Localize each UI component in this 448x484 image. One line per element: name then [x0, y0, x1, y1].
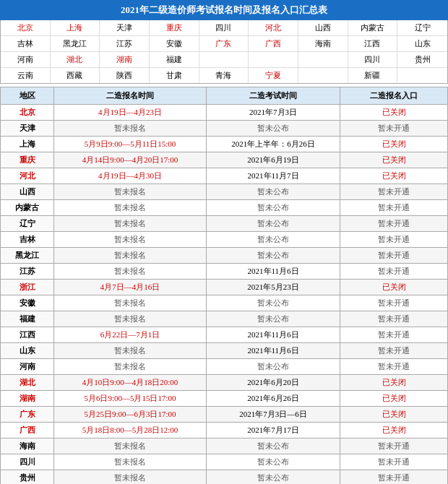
exam-cell: 2021年6月20日 — [206, 375, 340, 391]
signup-cell: 暂未报名 — [54, 248, 206, 264]
entry-cell[interactable]: 已关闭 — [340, 137, 448, 152]
entry-cell[interactable]: 暂未开通 — [340, 454, 448, 470]
entry-cell[interactable]: 暂未开通 — [340, 327, 448, 343]
nav-hubei[interactable]: 湖北 — [51, 52, 100, 67]
entry-cell[interactable]: 已关闭 — [340, 391, 448, 407]
signup-cell: 5月9日9:00—5月11日15:00 — [54, 137, 206, 152]
entry-cell[interactable]: 暂未开通 — [340, 470, 448, 485]
nav-hainan-r2[interactable]: 海南 — [298, 36, 348, 51]
table-row: 福建暂未报名暂未公布暂未开通 — [1, 311, 448, 327]
region-cell: 浙江 — [1, 280, 54, 295]
entry-cell[interactable]: 已关闭 — [340, 423, 448, 438]
exam-cell: 2021年7月17日 — [206, 423, 340, 438]
entry-cell[interactable]: 暂未开通 — [340, 264, 448, 280]
entry-cell[interactable]: 暂未开通 — [340, 438, 448, 454]
nav-guizhou[interactable]: 贵州 — [397, 52, 447, 67]
entry-cell[interactable]: 暂未开通 — [340, 295, 448, 311]
nav-liaoning[interactable]: 辽宁 — [397, 20, 447, 35]
nav-shanxi[interactable]: 山西 — [298, 20, 348, 35]
exam-cell: 2021年5月23日 — [206, 280, 340, 295]
nav-tianjin[interactable]: 天津 — [100, 20, 150, 35]
entry-cell[interactable]: 已关闭 — [340, 407, 448, 423]
signup-cell: 暂未报名 — [54, 359, 206, 375]
entry-cell[interactable]: 已关闭 — [340, 280, 448, 295]
entry-cell[interactable]: 已关闭 — [340, 152, 448, 168]
exam-cell: 暂未公布 — [206, 248, 340, 264]
table-row: 黑龙江暂未报名暂未公布暂未开通 — [1, 248, 448, 264]
nav-beijing[interactable]: 北京 — [1, 20, 51, 35]
nav-hunan[interactable]: 湖南 — [100, 52, 150, 67]
table-row: 内蒙古暂未报名暂未公布暂未开通 — [1, 200, 448, 216]
entry-cell[interactable]: 暂未开通 — [340, 184, 448, 200]
nav-sichuan-r3[interactable]: 四川 — [348, 52, 398, 67]
entry-cell[interactable]: 暂未开通 — [340, 343, 448, 359]
region-cell: 四川 — [1, 454, 54, 470]
nav-xizang[interactable]: 西藏 — [51, 68, 100, 83]
table-row: 广西5月18日8:00—5月28日12:002021年7月17日已关闭 — [1, 423, 448, 438]
region-cell: 湖南 — [1, 391, 54, 407]
entry-cell[interactable]: 已关闭 — [340, 105, 448, 121]
nav-chongqing[interactable]: 重庆 — [150, 20, 199, 35]
nav-anhui-r2[interactable]: 安徽 — [150, 36, 199, 51]
nav-fujian[interactable]: 福建 — [150, 52, 199, 67]
exam-cell: 暂未公布 — [206, 470, 340, 485]
nav-guangdong-r3[interactable] — [199, 52, 249, 67]
signup-cell: 4月7日—4月16日 — [54, 280, 206, 295]
region-cell: 贵州 — [1, 470, 54, 485]
signup-cell: 暂未报名 — [54, 121, 206, 137]
nav-heilongjiang[interactable]: 黑龙江 — [51, 36, 100, 51]
region-cell: 黑龙江 — [1, 248, 54, 264]
region-cell: 重庆 — [1, 152, 54, 168]
table-row: 海南暂未报名暂未公布暂未开通 — [1, 438, 448, 454]
nav-yunnan[interactable]: 云南 — [1, 68, 51, 83]
entry-cell[interactable]: 暂未开通 — [340, 200, 448, 216]
entry-cell[interactable]: 暂未开通 — [340, 232, 448, 248]
region-cell: 上海 — [1, 137, 54, 152]
nav-shaanxi[interactable]: 陕西 — [100, 68, 150, 83]
nav-guangxi-r3[interactable] — [249, 52, 298, 67]
entry-cell[interactable]: 暂未开通 — [340, 216, 448, 232]
nav-hebei[interactable]: 河北 — [249, 20, 298, 35]
entry-cell[interactable]: 暂未开通 — [340, 248, 448, 264]
signup-cell: 暂未报名 — [54, 264, 206, 280]
table-row: 湖北4月10日9:00—4月18日20:002021年6月20日已关闭 — [1, 375, 448, 391]
nav-qinghai[interactable]: 青海 — [199, 68, 249, 83]
exam-cell: 2021年6月19日 — [206, 152, 340, 168]
nav-empty2 — [397, 68, 447, 83]
nav-henan[interactable]: 河南 — [1, 52, 51, 67]
signup-cell: 5月18日8:00—5月28日12:00 — [54, 423, 206, 438]
entry-cell[interactable]: 暂未开通 — [340, 359, 448, 375]
table-row: 吉林暂未报名暂未公布暂未开通 — [1, 232, 448, 248]
nav-gansu[interactable]: 甘肃 — [150, 68, 199, 83]
nav-xinjiang[interactable]: 新疆 — [348, 68, 398, 83]
nav-jilin[interactable]: 吉林 — [1, 36, 51, 51]
exam-cell: 暂未公布 — [206, 200, 340, 216]
nav-neimenggu[interactable]: 内蒙古 — [348, 20, 398, 35]
nav-guangxi-r2[interactable]: 广西 — [249, 36, 298, 51]
nav-guangdong-r2[interactable]: 广东 — [199, 36, 249, 51]
nav-sichuan-r1[interactable]: 四川 — [199, 20, 249, 35]
region-cell: 辽宁 — [1, 216, 54, 232]
nav-shandong[interactable]: 山东 — [397, 36, 447, 51]
table-row: 广东5月25日9:00—6月3日17:002021年7月3日—6日已关闭 — [1, 407, 448, 423]
signup-cell: 暂未报名 — [54, 470, 206, 485]
col-exam: 二造考试时间 — [206, 87, 340, 105]
nav-shanghai[interactable]: 上海 — [51, 20, 100, 35]
signup-cell: 4月10日9:00—4月18日20:00 — [54, 375, 206, 391]
nav-jiangxi-r2[interactable]: 江西 — [348, 36, 398, 51]
nav-hainan-r3[interactable] — [298, 52, 348, 67]
exam-cell: 暂未公布 — [206, 184, 340, 200]
entry-cell[interactable]: 暂未开通 — [340, 121, 448, 137]
table-row: 山东暂未报名2021年11月6日暂未开通 — [1, 343, 448, 359]
region-cell: 江西 — [1, 327, 54, 343]
nav-ningxia[interactable]: 宁夏 — [249, 68, 298, 83]
exam-cell: 2021年7月3日—6日 — [206, 407, 340, 423]
exam-cell: 2021年6月26日 — [206, 391, 340, 407]
exam-cell: 暂未公布 — [206, 216, 340, 232]
entry-cell[interactable]: 已关闭 — [340, 375, 448, 391]
region-cell: 河南 — [1, 359, 54, 375]
table-row: 贵州暂未报名暂未公布暂未开通 — [1, 470, 448, 485]
entry-cell[interactable]: 暂未开通 — [340, 311, 448, 327]
nav-jiangsu[interactable]: 江苏 — [100, 36, 150, 51]
entry-cell[interactable]: 已关闭 — [340, 168, 448, 184]
